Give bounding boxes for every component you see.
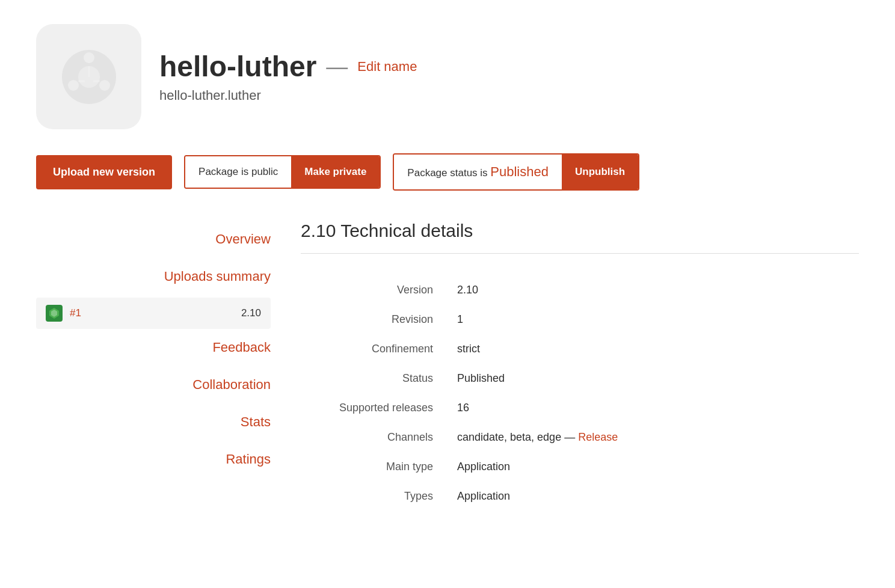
app-title: hello-luther [159,50,316,83]
release-link[interactable]: Release [578,431,618,443]
field-value: Application [457,482,859,511]
sidebar-item-stats[interactable]: Stats [36,403,271,441]
svg-point-3 [99,80,110,91]
field-label: Status [301,364,457,393]
panel-divider [301,253,859,254]
details-table: Version2.10Revision1ConfinementstrictSta… [301,275,859,511]
app-domain: hello-luther.luther [159,88,417,103]
field-value: Application [457,452,859,482]
field-value: strict [457,334,859,364]
field-value: Published [457,364,859,393]
edit-name-link[interactable]: Edit name [357,59,417,75]
table-row: Channelscandidate, beta, edge — Release [301,423,859,452]
table-row: Version2.10 [301,275,859,305]
field-label: Channels [301,423,457,452]
published-status-link[interactable]: Published [490,164,549,179]
field-label: Revision [301,305,457,334]
upload-item-1[interactable]: #1 2.10 [36,298,271,329]
table-row: Main typeApplication [301,452,859,482]
package-status-group: Package status is Published Unpublish [393,153,639,191]
field-label: Supported releases [301,393,457,423]
sidebar-nav: Overview Uploads summary #1 2.10 Feedbac… [36,221,271,478]
field-label: Types [301,482,457,511]
app-icon [36,24,141,129]
svg-point-2 [84,52,94,63]
page-wrapper: hello-luther — Edit name hello-luther.lu… [0,0,895,535]
field-label: Main type [301,452,457,482]
upload-version: 2.10 [241,307,261,319]
ubuntu-icon [59,47,119,107]
package-visibility-group: Package is public Make private [184,155,381,189]
sidebar-item-overview[interactable]: Overview [36,221,271,258]
svg-point-4 [68,80,79,91]
table-row: Revision1 [301,305,859,334]
sidebar-item-uploads-summary[interactable]: Uploads summary [36,258,271,295]
main-content: Overview Uploads summary #1 2.10 Feedbac… [36,221,859,511]
field-value: 1 [457,305,859,334]
table-row: Confinementstrict [301,334,859,364]
actions-row: Upload new version Package is public Mak… [36,153,859,191]
table-row: StatusPublished [301,364,859,393]
upload-new-version-button[interactable]: Upload new version [36,155,172,189]
field-value: 16 [457,393,859,423]
field-value: candidate, beta, edge — Release [457,423,859,452]
main-panel: 2.10 Technical details Version2.10Revisi… [289,221,859,511]
package-is-public-label: Package is public [185,156,291,188]
table-row: Supported releases16 [301,393,859,423]
panel-title: 2.10 Technical details [301,221,859,241]
field-label: Confinement [301,334,457,364]
upload-number: #1 [70,307,234,319]
unpublish-button[interactable]: Unpublish [562,155,638,189]
make-private-button[interactable]: Make private [291,156,380,188]
sidebar-item-feedback[interactable]: Feedback [36,329,271,366]
table-row: TypesApplication [301,482,859,511]
package-status-label: Package status is Published [394,155,562,189]
field-label: Version [301,275,457,305]
field-value: 2.10 [457,275,859,305]
sidebar-item-collaboration[interactable]: Collaboration [36,366,271,403]
header-section: hello-luther — Edit name hello-luther.lu… [36,24,859,129]
header-text: hello-luther — Edit name hello-luther.lu… [159,50,417,103]
app-title-row: hello-luther — Edit name [159,50,417,83]
sidebar: Overview Uploads summary #1 2.10 Feedbac… [36,221,289,511]
snap-icon [46,305,63,322]
sidebar-item-ratings[interactable]: Ratings [36,441,271,478]
